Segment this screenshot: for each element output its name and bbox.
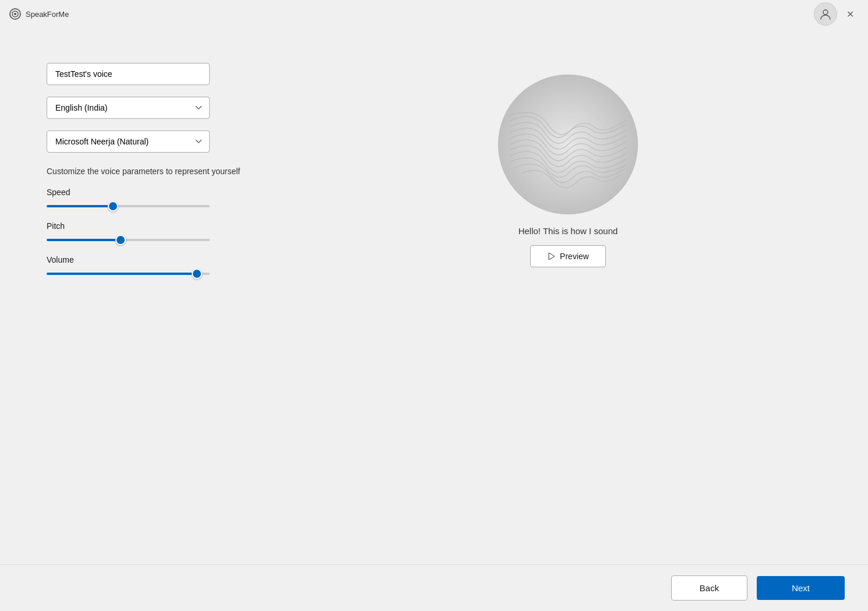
svg-marker-4 <box>549 253 555 260</box>
speed-slider-wrapper <box>47 200 210 212</box>
bottom-bar: Back Next <box>0 564 868 611</box>
language-select[interactable]: English (India)English (US)English (UK)S… <box>47 97 210 119</box>
svg-point-2 <box>823 10 828 15</box>
play-icon <box>547 252 555 260</box>
customize-label: Customize the voice parameters to repres… <box>47 167 291 176</box>
user-avatar-button[interactable] <box>814 2 837 26</box>
speed-slider[interactable] <box>47 205 210 207</box>
next-button[interactable]: Next <box>757 576 845 600</box>
preview-button-label: Preview <box>560 252 589 261</box>
speed-label: Speed <box>47 188 291 197</box>
app-icon <box>9 8 21 20</box>
main-content: English (India)English (US)English (UK)S… <box>0 28 868 564</box>
app-title: SpeakForMe <box>26 10 69 19</box>
title-bar-right: ✕ <box>814 2 859 26</box>
volume-slider[interactable] <box>47 273 210 275</box>
right-panel: Hello! This is how I sound Preview <box>315 63 821 267</box>
slider-section: Speed Pitch Volume <box>47 188 291 280</box>
back-button[interactable]: Back <box>671 575 747 601</box>
svg-point-1 <box>14 13 16 15</box>
speed-group: Speed <box>47 188 291 212</box>
preview-button[interactable]: Preview <box>530 245 606 267</box>
left-panel: English (India)English (US)English (UK)S… <box>47 63 291 280</box>
pitch-label: Pitch <box>47 221 291 231</box>
volume-slider-wrapper <box>47 268 210 280</box>
pitch-group: Pitch <box>47 221 291 246</box>
pitch-slider-wrapper <box>47 234 210 246</box>
title-bar-left: SpeakForMe <box>9 8 69 20</box>
pitch-slider[interactable] <box>47 239 210 241</box>
title-bar: SpeakForMe ✕ <box>0 0 868 28</box>
close-button[interactable]: ✕ <box>842 6 859 22</box>
volume-group: Volume <box>47 255 291 280</box>
volume-label: Volume <box>47 255 291 264</box>
voice-name-input[interactable] <box>47 63 210 85</box>
voice-avatar <box>498 75 638 214</box>
voice-select[interactable]: Microsoft Neerja (Natural)Microsoft Aria… <box>47 130 210 153</box>
voice-preview-text: Hello! This is how I sound <box>518 226 618 236</box>
